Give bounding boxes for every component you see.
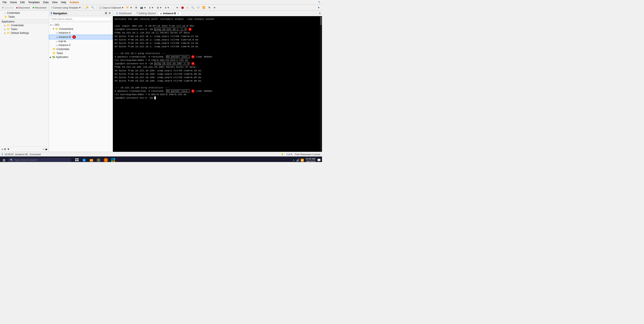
collapse-button[interactable]: ▼	[316, 6, 321, 9]
tree-item-connections[interactable]: ▼ 📁 Connections	[49, 27, 113, 31]
tools-button[interactable]: 🔧	[90, 6, 96, 9]
svg-rect-3	[77, 160, 78, 161]
gear-bottom-button[interactable]: ⚙	[4, 148, 6, 151]
display-icon: 🖥	[156, 6, 159, 9]
terminal-container[interactable]: Activate the web console with: systemctl…	[113, 16, 322, 152]
connect-button[interactable]: ▶ Connect	[1, 6, 14, 9]
tree-item-instance-a[interactable]: ▭ instance-A	[49, 31, 113, 35]
menu-data[interactable]: Data	[42, 0, 50, 4]
expand-icon-3: ▶	[4, 32, 6, 34]
taskbar-app-orange[interactable]	[103, 157, 109, 162]
nav-close-icon[interactable]: ✕	[108, 11, 111, 15]
tree-item-hub-fw[interactable]: ▭ hub-fw	[49, 39, 113, 43]
connect-template-button[interactable]: ⊞ Connect using Template ▼	[50, 6, 82, 9]
tab-dropdown-button[interactable]: ▼	[318, 12, 321, 15]
sidebar-item-credentials[interactable]: ▶ 📁 Credentials	[0, 23, 49, 27]
menu-help[interactable]: Help	[59, 0, 68, 4]
stop-icon: ⬤	[181, 6, 184, 9]
folder-open-button[interactable]: 📂 ▼	[125, 6, 134, 9]
settings-icon: ⚙	[208, 6, 210, 9]
tasks-folder-icon: 📁	[52, 51, 56, 55]
taskbar-clock[interactable]: 10:09 AM 6/5/2024	[306, 158, 316, 162]
nav-pin-icon[interactable]: ⊞	[105, 11, 107, 15]
more-button[interactable]: ▼	[212, 6, 217, 9]
star-icon[interactable]: ☆	[42, 148, 45, 151]
chevron-bottom[interactable]: ▼	[7, 148, 10, 151]
settings-button[interactable]: ⚙	[207, 6, 212, 9]
copy-icon: ⊞	[135, 6, 137, 9]
nav-search-input[interactable]	[50, 17, 112, 21]
menu-edit[interactable]: Edit	[18, 0, 26, 4]
sidebar-tasks-top[interactable]: 📁 Tasks	[2, 15, 47, 19]
copy-clipboard-button[interactable]: 📋 Copy to Clipboard ▼	[98, 6, 124, 9]
font-button[interactable]: A ▼	[164, 6, 170, 9]
svg-rect-12	[111, 160, 113, 162]
instance-c-label: instance-C	[58, 44, 71, 47]
taskbar-search-input[interactable]	[14, 159, 57, 162]
camera-button[interactable]: 📷 ▼	[139, 6, 147, 9]
windows-start-button[interactable]: ⊞	[1, 158, 6, 162]
expand-icon-2: ▶	[4, 28, 6, 30]
copy-button[interactable]: ⊞	[134, 6, 138, 9]
taskbar-edge[interactable]: e	[81, 157, 87, 162]
instance-a-terminal-icon: ▭	[56, 31, 58, 34]
monitor-button[interactable]: □	[186, 6, 190, 9]
display-button[interactable]: 🖥 ▼	[155, 6, 163, 9]
file-button[interactable]: 📄 ▼	[171, 6, 180, 9]
tab-getting-started[interactable]: ? Getting Started	[134, 11, 158, 15]
search-tool-icon: 🔍	[191, 6, 194, 9]
menu-actions[interactable]: Actions	[68, 0, 81, 4]
tab-close-instance-b[interactable]: ✕	[177, 12, 180, 15]
sidebar-item-tasks[interactable]: ▶ 📁 Tasks	[0, 27, 49, 31]
add-button[interactable]: +	[1, 148, 3, 151]
oci-folder-icon: □	[52, 23, 54, 26]
taskbar-apps: e	[74, 157, 116, 162]
disconnect-button[interactable]: ■ Disconnect	[15, 6, 31, 9]
key-tool-button[interactable]: 🔑	[84, 6, 90, 9]
toolbar-sep-3	[97, 6, 97, 9]
clock-date: 6/5/2024	[306, 160, 316, 162]
sidebar-spacer	[0, 35, 49, 146]
taskbar-task-view[interactable]	[74, 157, 80, 162]
taskbar-app-blue[interactable]	[110, 157, 116, 162]
tree-item-oci[interactable]: ▼ □ OCI	[49, 23, 113, 27]
tree-item-instance-b[interactable]: ▭ instance-B 1	[49, 35, 113, 39]
camera-icon: 📷	[140, 6, 143, 9]
menu-templates[interactable]: Templates	[26, 0, 42, 4]
tray-expand[interactable]: ∧	[293, 159, 294, 162]
folder-icon: 📁	[7, 24, 10, 27]
tree-item-application[interactable]: ▶ 🌿 Application	[49, 55, 113, 59]
menu-file[interactable]: File	[1, 0, 8, 4]
sidebar-item-default-settings[interactable]: ▶ 📁 Default Settings	[0, 31, 49, 35]
notifications-icon[interactable]: 💬	[317, 158, 321, 162]
help-icon[interactable]: ?	[317, 1, 321, 4]
search-tool-button[interactable]: 🔍	[190, 6, 196, 9]
hub-fw-label: hub-fw	[58, 40, 66, 43]
nav-title: Navigation	[53, 12, 67, 15]
tab-instance-b[interactable]: ▶ instance-B ✕	[158, 11, 182, 15]
expand-icon: ▶	[4, 24, 6, 27]
reconnect-button[interactable]: ▶ Reconnect	[32, 6, 48, 9]
tree-item-tasks[interactable]: 📁 Tasks	[49, 51, 113, 55]
search2-button[interactable]: ⬡	[196, 6, 200, 9]
play-icon[interactable]: ▶	[46, 148, 48, 151]
terminal-scrollbar[interactable]	[320, 16, 322, 152]
oci-label: OCI	[55, 23, 59, 26]
scrollbar-thumb[interactable]	[320, 16, 322, 25]
tree-item-credentials[interactable]: 📁 Credentials	[49, 47, 113, 51]
signal-icon: 📶	[202, 6, 205, 9]
taskbar-photos[interactable]	[96, 157, 102, 162]
menu-view[interactable]: View	[50, 0, 59, 4]
tree-item-instance-c[interactable]: ▭ instance-C	[49, 43, 113, 47]
stop-button[interactable]: ⬤	[180, 6, 185, 9]
file-chevron: ▼	[176, 6, 178, 9]
tab-dashboard[interactable]: ⊙ Dashboard	[114, 11, 134, 15]
taskbar-search-icon: 🔍	[10, 159, 13, 162]
svg-rect-11	[113, 158, 115, 160]
taskbar-explorer[interactable]	[88, 157, 94, 162]
text-button[interactable]: A ▼	[148, 6, 155, 9]
signal-button[interactable]: 📶	[201, 6, 206, 9]
sidebar: ▭ Credentials 📁 Tasks Application ▶ 📁 Cr…	[0, 11, 49, 152]
sidebar-credentials-top[interactable]: ▭ Credentials	[2, 11, 47, 15]
menu-home[interactable]: Home	[8, 0, 18, 4]
